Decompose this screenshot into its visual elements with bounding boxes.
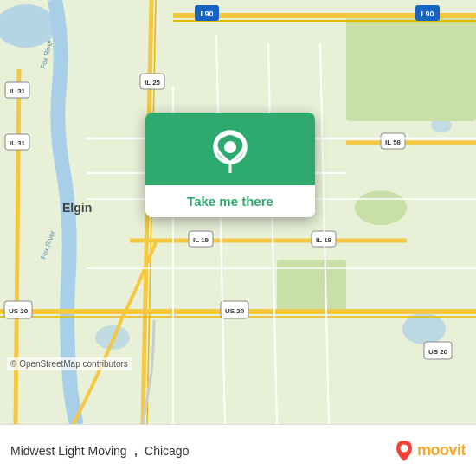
attribution: © OpenStreetMap contributors [7, 357, 132, 370]
svg-point-52 [224, 141, 236, 153]
svg-text:US 20: US 20 [9, 307, 29, 315]
map-container: I 90 I 90 IL 25 IL 31 IL 31 US 20 US 20 … [0, 0, 476, 424]
popup-card: Take me there [145, 113, 315, 217]
svg-text:IL 25: IL 25 [145, 79, 161, 87]
moovit-wordmark: moovit [417, 441, 466, 460]
location-separator: , [134, 443, 138, 459]
location-city: Chicago [145, 444, 189, 458]
location-pin-icon [211, 130, 249, 173]
svg-text:IL 31: IL 31 [10, 87, 26, 95]
svg-point-53 [400, 444, 408, 452]
svg-text:Elgin: Elgin [62, 201, 92, 215]
svg-text:IL 58: IL 58 [385, 138, 402, 146]
bottom-bar: Midwest Light Moving , Chicago moovit [0, 424, 476, 476]
svg-text:US 20: US 20 [428, 348, 448, 356]
svg-point-8 [355, 190, 407, 225]
svg-text:I 90: I 90 [200, 10, 213, 18]
moovit-pin-icon [395, 440, 414, 462]
svg-rect-6 [346, 17, 476, 121]
svg-text:US 20: US 20 [225, 307, 245, 315]
svg-point-4 [402, 313, 446, 344]
svg-rect-7 [277, 260, 346, 312]
location-name: Midwest Light Moving [10, 444, 127, 458]
popup-green-section [145, 113, 315, 185]
svg-text:I 90: I 90 [421, 10, 434, 18]
svg-text:IL 31: IL 31 [10, 139, 26, 147]
moovit-logo-container: moovit [395, 440, 466, 462]
svg-text:IL 19: IL 19 [193, 236, 209, 244]
take-me-there-button[interactable]: Take me there [145, 185, 315, 217]
